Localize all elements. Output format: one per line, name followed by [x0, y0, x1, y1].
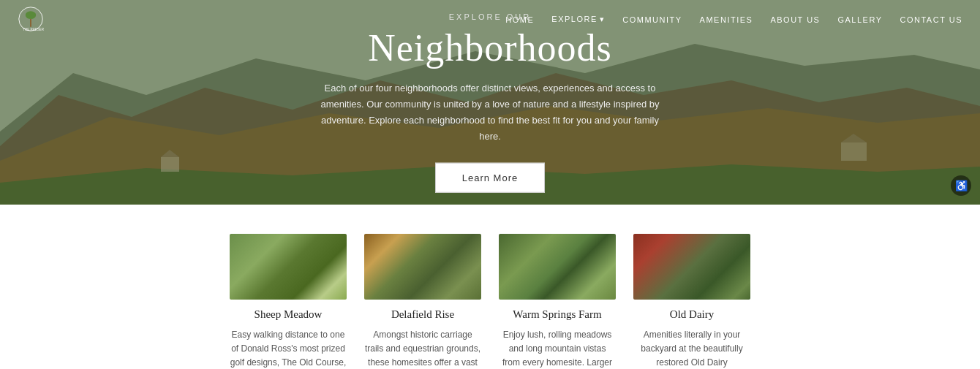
delafield-image — [364, 234, 481, 300]
sheep-meadow-description: Easy walking distance to one of Donald R… — [230, 328, 347, 369]
delafield-title: Delafield Rise — [364, 308, 481, 321]
nav-links: HOME EXPLORE ▾ COMMUNITY AMENITIES ABOUT… — [505, 12, 962, 26]
nav-contact[interactable]: CONTACT US — [900, 15, 963, 24]
hero-description: Each of our four neighborhoods offer dis… — [314, 80, 666, 145]
sheep-meadow-image — [230, 234, 347, 300]
chevron-down-icon: ▾ — [600, 15, 606, 24]
nav-amenities[interactable]: AMENITIES — [700, 15, 753, 24]
svg-text:THE PRESERVE: THE PRESERVE — [23, 28, 44, 31]
old-dairy-title: Old Dairy — [633, 308, 750, 321]
learn-more-button[interactable]: Learn More — [435, 162, 545, 192]
accessibility-button[interactable]: ♿ — [951, 175, 971, 196]
neighborhood-card-old-dairy: Old Dairy Amenities literally in your ba… — [633, 234, 750, 369]
warm-springs-image — [499, 234, 616, 300]
neighborhood-card-delafield: Delafield Rise Amongst historic carriage… — [364, 234, 481, 369]
nav-explore[interactable]: EXPLORE ▾ — [551, 15, 605, 24]
old-dairy-description: Amenities literally in your backyard at … — [633, 328, 750, 369]
navigation: THE PRESERVE HOME EXPLORE ▾ COMMUNITY AM… — [0, 0, 980, 38]
nav-home[interactable]: HOME — [505, 15, 534, 24]
warm-springs-description: Enjoy lush, rolling meadows and long mou… — [499, 328, 616, 369]
warm-springs-title: Warm Springs Farm — [499, 308, 616, 321]
neighborhood-card-warm-springs: Warm Springs Farm Enjoy lush, rolling me… — [499, 234, 616, 369]
svg-point-1 — [26, 11, 36, 19]
delafield-description: Amongst historic carriage trails and equ… — [364, 328, 481, 369]
nav-gallery[interactable]: GALLERY — [837, 15, 882, 24]
sheep-meadow-title: Sheep Meadow — [230, 308, 347, 321]
old-dairy-image — [633, 234, 750, 300]
neighborhoods-section: Sheep Meadow Easy walking distance to on… — [0, 205, 980, 369]
hero-content: EXPLORE OUR Neighborhoods Each of our fo… — [271, 12, 709, 193]
nav-community[interactable]: COMMUNITY — [622, 15, 682, 24]
nav-about[interactable]: ABOUT US — [770, 15, 820, 24]
accessibility-icon: ♿ — [955, 180, 968, 192]
logo[interactable]: THE PRESERVE — [18, 6, 44, 32]
neighborhoods-grid: Sheep Meadow Easy walking distance to on… — [88, 234, 892, 369]
neighborhood-card-sheep-meadow: Sheep Meadow Easy walking distance to on… — [230, 234, 347, 369]
